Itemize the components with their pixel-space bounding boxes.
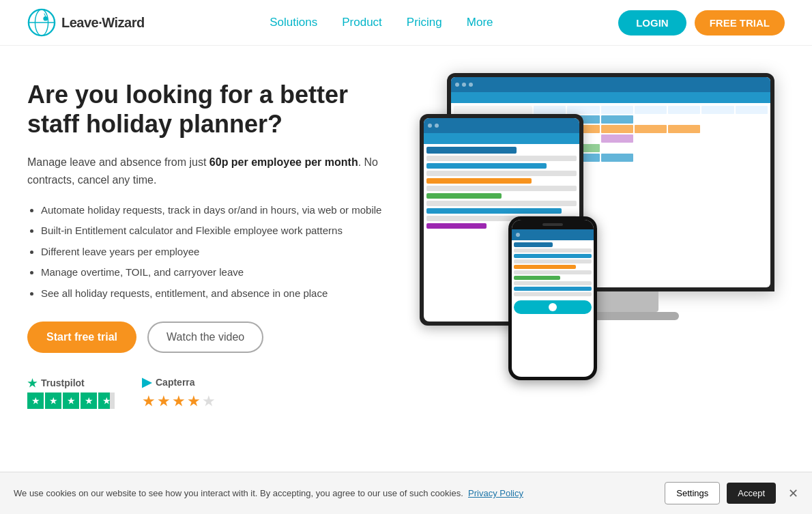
nav-actions: LOGIN FREE TRIAL [618,10,785,35]
trustpilot-block: ★ Trustpilot ★ ★ ★ ★ ★ [27,377,115,409]
cal-cell-empty [635,144,667,152]
header-dot-1 [455,83,459,87]
phone-dot [516,233,520,237]
cal-cell-empty [736,144,768,152]
capterra-block: ▶ Capterra ★ ★ ★ ★ ★ [142,375,216,410]
monitor-subheader [451,92,770,103]
cal-cell-empty [635,154,667,162]
list-item: Built-in Entitlement calculator and Flex… [41,223,396,239]
watch-video-button[interactable]: Watch the video [147,322,263,353]
cal-event-orange [601,125,633,133]
cal-event-purple [601,134,633,143]
logo-icon [27,8,56,37]
cal-cell-empty [668,154,700,162]
logo[interactable]: Leave·Wizard [27,8,145,37]
cal-event-orange [668,125,700,133]
cal-cell-empty [668,115,700,124]
capterra-star-4: ★ [187,392,201,410]
header-dot-3 [469,83,473,87]
cal-cell-empty [701,154,734,162]
phone-device [508,216,597,380]
cal-cell-empty [635,134,667,143]
free-trial-nav-button[interactable]: FREE TRIAL [695,10,785,35]
hero-cta-group: Start free trial Watch the video [27,322,396,353]
hero-subtitle-plain: Manage leave and absence from just [27,156,209,168]
tablet-header [424,118,579,133]
phone-calendar-ui [512,220,594,377]
cal-event-orange [635,125,667,133]
cal-cell [668,106,700,114]
cal-cell-empty [736,115,768,124]
hero-feature-list: Automate holiday requests, track in days… [27,203,396,302]
cal-cell [534,106,566,114]
nav-solutions[interactable]: Solutions [270,16,317,29]
cal-cell [701,106,734,114]
trustpilot-star-icon: ★ [27,377,37,390]
svg-line-4 [44,14,46,16]
tab-dot-2 [435,124,439,128]
star-5-half: ★ [98,392,115,409]
header-dot-2 [462,83,466,87]
capterra-star-1: ★ [142,392,156,410]
trustpilot-label-text: Trustpilot [41,377,85,388]
hero-subtitle: Manage leave and absence from just 60p p… [27,154,396,188]
monitor-header-bar [451,77,770,92]
capterra-stars: ★ ★ ★ ★ ★ [142,392,216,410]
device-mockup-group [420,73,774,387]
cal-cell-empty [635,115,667,124]
cal-cell-empty [668,134,700,143]
nav-product[interactable]: Product [342,16,382,29]
star-4: ★ [81,392,97,409]
star-3: ★ [63,392,79,409]
capterra-label-text: Capterra [156,377,195,388]
star-2: ★ [45,392,61,409]
cal-cell-empty [736,154,768,162]
cal-cell-empty [701,125,734,133]
start-trial-button[interactable]: Start free trial [27,322,136,353]
hero-title: Are you looking for a better staff holid… [27,80,396,139]
hero-section: Are you looking for a better staff holid… [0,46,812,431]
cal-event-blue [601,154,633,162]
list-item: See all holiday requests, entitlement, a… [41,286,396,302]
cal-event-blue [601,115,633,124]
cal-cell-empty [736,125,768,133]
cal-cell [736,106,768,114]
cal-cell [601,106,633,114]
capterra-star-3: ★ [172,392,186,410]
nav-links: Solutions Product Pricing More [270,16,493,29]
star-1: ★ [27,392,44,409]
cal-cell-empty [668,144,700,152]
tab-dot-1 [428,124,432,128]
cal-cell-empty [701,144,734,152]
cal-cell [635,106,667,114]
tablet-subheader [424,133,579,144]
login-button[interactable]: LOGIN [618,10,686,35]
logo-text: Leave·Wizard [61,15,145,31]
cal-cell-empty [701,134,734,143]
cal-cell-empty [701,115,734,124]
navbar: Leave·Wizard Solutions Product Pricing M… [0,0,812,46]
hero-subtitle-bold: 60p per employee per month [209,156,358,168]
list-item: Automate holiday requests, track in days… [41,203,396,218]
cal-row-header [534,106,768,114]
list-item: Manage overtime, TOIL, and carryover lea… [41,265,396,281]
trust-badges: ★ Trustpilot ★ ★ ★ ★ ★ ▶ Capterra ★ [27,375,396,410]
capterra-star-2: ★ [157,392,171,410]
capterra-icon: ▶ [142,375,151,390]
capterra-star-5: ★ [202,392,216,410]
trustpilot-stars: ★ ★ ★ ★ ★ [27,392,115,409]
cal-cell [567,106,599,114]
cal-cell-empty [601,144,633,152]
phone-header [512,229,594,240]
hero-devices [409,73,785,387]
cal-cell-empty [736,134,768,143]
list-item: Different leave years per employee [41,244,396,260]
svg-point-3 [43,16,48,21]
hero-content: Are you looking for a better staff holid… [27,73,396,410]
nav-more[interactable]: More [467,16,493,29]
phone-screen [512,220,594,377]
nav-pricing[interactable]: Pricing [407,16,442,29]
